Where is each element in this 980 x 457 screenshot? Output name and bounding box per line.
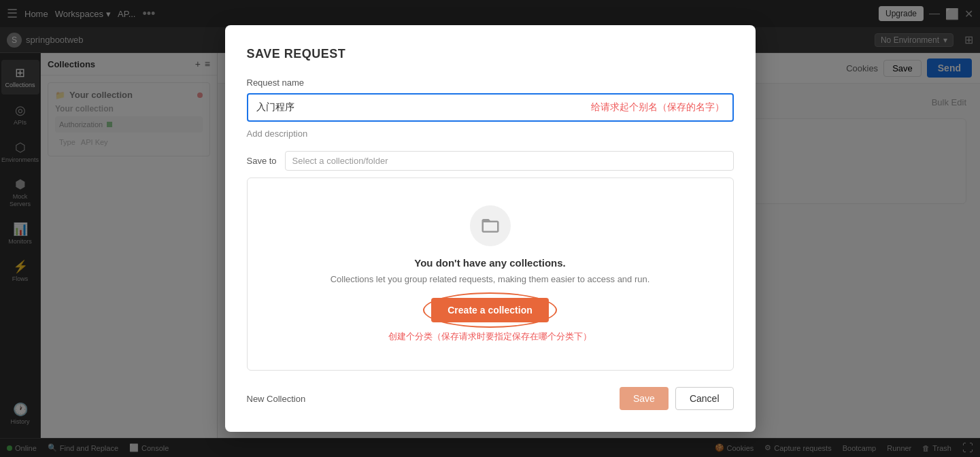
save-to-row: Save to Select a collection/folder <box>247 151 734 171</box>
create-collection-button[interactable]: Create a collection <box>431 298 549 322</box>
request-name-input[interactable]: 入门程序 给请求起个别名（保存的名字） <box>247 93 734 122</box>
request-name-hint: 给请求起个别名（保存的名字） <box>591 101 724 114</box>
empty-collections-desc: Collections let you group related reques… <box>261 274 720 284</box>
folder-svg <box>480 216 501 236</box>
save-to-input[interactable]: Select a collection/folder <box>285 151 734 171</box>
folder-icon <box>470 205 511 246</box>
save-to-label: Save to <box>247 156 277 166</box>
footer-cancel-button[interactable]: Cancel <box>675 387 734 410</box>
new-collection-label: New Collection <box>247 394 306 404</box>
modal-title: SAVE REQUEST <box>247 47 734 61</box>
footer-buttons: Save Cancel <box>620 387 734 410</box>
create-collection-wrapper: Create a collection <box>431 298 549 322</box>
request-name-value: 入门程序 <box>256 101 586 114</box>
request-name-label: Request name <box>247 78 734 88</box>
modal-footer: New Collection Save Cancel <box>247 387 734 410</box>
modal-overlay: SAVE REQUEST Request name 入门程序 给请求起个别名（保… <box>0 0 980 457</box>
footer-save-button[interactable]: Save <box>620 387 669 410</box>
create-collection-note: 创建个分类（保存请求时要指定保存在哪个分类下） <box>261 331 720 343</box>
empty-collections-title: You don't have any collections. <box>261 257 720 269</box>
empty-collections-area: You don't have any collections. Collecti… <box>247 177 734 371</box>
save-request-modal: SAVE REQUEST Request name 入门程序 给请求起个别名（保… <box>225 25 756 432</box>
add-description-link[interactable]: Add description <box>247 129 734 139</box>
